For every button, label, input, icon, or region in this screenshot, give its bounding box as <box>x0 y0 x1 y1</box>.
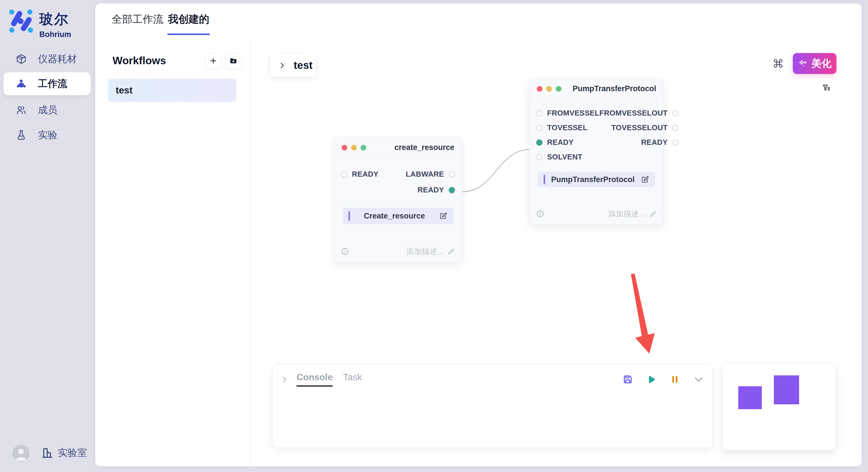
port-label: READY <box>547 138 574 147</box>
lab-label: 实验室 <box>58 446 87 460</box>
output-port-fromvesselout[interactable] <box>672 110 679 116</box>
sidebar-item-instruments[interactable]: 仪器耗材 <box>3 50 91 68</box>
tab-my-created[interactable]: 我创建的 <box>168 3 209 35</box>
minimap-node-rect <box>774 375 799 404</box>
node-action-button[interactable]: PumpTransferProtocol <box>538 172 655 187</box>
plus-icon <box>209 57 218 65</box>
sidebar-item-workflows[interactable]: 工作流 <box>3 72 91 95</box>
command-shortcuts-icon[interactable] <box>773 58 783 69</box>
red-dot-icon <box>342 145 347 150</box>
traffic-light-dots <box>342 145 366 150</box>
edit-icon[interactable] <box>641 175 649 184</box>
group-people-icon <box>16 78 27 90</box>
node-create-resource[interactable]: create_resource READY LABWARE <box>334 137 462 263</box>
main-content-card: 全部工作流 我创建的 Workflows <box>95 3 862 466</box>
output-port-ready[interactable] <box>448 187 455 193</box>
edit-icon[interactable] <box>439 212 447 220</box>
floppy-disk-icon <box>622 374 633 385</box>
sidebar: 玻尔 Bohrium 仪器耗材 工作流 <box>0 0 95 472</box>
port-row: FROMVESSEL <box>536 106 599 121</box>
chevron-right-icon[interactable] <box>280 375 288 383</box>
brand-logo: 玻尔 Bohrium <box>9 9 71 39</box>
action-label: Create_resource <box>350 212 439 221</box>
node-header: create_resource <box>334 138 462 158</box>
tab-console[interactable]: Console <box>297 372 333 386</box>
port-row: READY <box>599 135 679 150</box>
tab-all-workflows[interactable]: 全部工作流 <box>112 3 163 35</box>
port-label: FROMVESSEL <box>547 109 599 117</box>
sidebar-item-label: 成员 <box>38 103 57 117</box>
port-row: TOVESSELOUT <box>599 121 679 135</box>
output-port-ready[interactable] <box>672 139 679 146</box>
node-action-button[interactable]: Create_resource <box>343 208 453 224</box>
node-title: create_resource <box>394 143 454 152</box>
chevron-right-icon <box>278 61 286 69</box>
workflow-list-item-test[interactable]: test <box>108 79 236 102</box>
node-ports: FROMVESSEL TOVESSEL READY SOLVENT <box>529 99 663 164</box>
input-port-fromvessel[interactable] <box>536 110 542 116</box>
green-dot-icon <box>361 145 366 150</box>
port-label: TOVESSELOUT <box>611 123 668 132</box>
input-port-ready[interactable] <box>536 139 542 146</box>
info-icon[interactable] <box>341 247 349 256</box>
port-row: READY <box>406 182 455 198</box>
port-label: READY <box>641 138 668 147</box>
console-header: Console Task <box>272 365 712 386</box>
port-label: READY <box>417 186 444 194</box>
port-row: TOVESSEL <box>536 121 599 135</box>
traffic-light-dots <box>537 86 561 92</box>
sidebar-item-members[interactable]: 成员 <box>3 101 91 119</box>
beautify-label: 美化 <box>811 57 832 70</box>
console-toolbar <box>622 374 704 385</box>
beautify-button[interactable]: 美化 <box>793 53 836 74</box>
run-button[interactable] <box>646 374 657 385</box>
filter-icon[interactable] <box>822 83 832 93</box>
sidebar-item-experiments[interactable]: 实验 <box>3 126 91 144</box>
red-dot-icon <box>537 86 542 92</box>
save-button[interactable] <box>622 374 633 385</box>
output-port-tovesselout[interactable] <box>672 125 679 131</box>
port-row: FROMVESSELOUT <box>599 106 679 121</box>
port-label: SOLVENT <box>547 153 582 162</box>
brand-title: 玻尔 <box>39 10 71 28</box>
workflow-list-panel: Workflows test <box>95 35 251 466</box>
port-row: LABWARE <box>406 166 455 182</box>
brand-subtitle: Bohrium <box>39 30 71 39</box>
workflow-panel-header: Workflows <box>113 51 241 70</box>
add-description-field[interactable]: 添加描述... <box>406 246 455 257</box>
pause-icon <box>670 374 680 385</box>
tab-task[interactable]: Task <box>343 372 362 386</box>
lab-switcher[interactable]: 实验室 <box>41 446 87 460</box>
port-label: FROMVESSELOUT <box>599 109 668 117</box>
sidebar-item-label: 仪器耗材 <box>38 53 77 66</box>
description-placeholder: 添加描述... <box>608 209 646 219</box>
port-label: TOVESSEL <box>547 123 588 132</box>
input-port-solvent[interactable] <box>536 154 542 160</box>
action-label: PumpTransferProtocol <box>545 175 641 184</box>
input-port-ready[interactable] <box>341 171 347 177</box>
port-row: READY <box>536 135 599 150</box>
import-workflow-button[interactable] <box>225 53 241 69</box>
pause-button[interactable] <box>670 374 680 385</box>
user-avatar[interactable] <box>12 445 30 462</box>
collapse-panel-button[interactable] <box>693 374 704 385</box>
node-ports: READY LABWARE READY <box>334 158 462 198</box>
add-workflow-button[interactable] <box>205 53 221 69</box>
info-icon[interactable] <box>536 210 544 218</box>
node-title: PumpTransferProtocol <box>572 84 656 93</box>
add-description-field[interactable]: 添加描述... <box>608 209 657 219</box>
minimap[interactable] <box>722 364 836 450</box>
workflow-canvas[interactable]: test 美化 <box>251 35 862 466</box>
app-screen: 玻尔 Bohrium 仪器耗材 工作流 <box>0 0 868 472</box>
node-pump-transfer-protocol[interactable]: PumpTransferProtocol FROMVESSEL TOVESSEL <box>529 78 664 225</box>
sparkles-icon <box>798 59 808 69</box>
sidebar-footer: 实验室 <box>0 438 95 472</box>
building-icon <box>41 446 54 459</box>
node-header: PumpTransferProtocol <box>529 79 663 99</box>
test-tube-icon <box>16 129 27 141</box>
breadcrumb[interactable]: test <box>270 54 316 77</box>
pencil-icon <box>649 210 657 218</box>
input-port-tovessel[interactable] <box>536 125 542 131</box>
port-row: SOLVENT <box>536 150 599 164</box>
output-port-labware[interactable] <box>448 171 455 177</box>
